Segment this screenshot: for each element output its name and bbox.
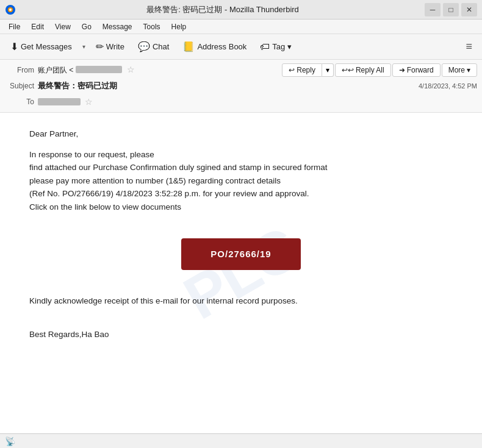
to-row: To ☆ bbox=[5, 94, 477, 110]
more-label: More bbox=[448, 66, 465, 74]
subject-label: Subject bbox=[5, 82, 34, 90]
reply-all-label: Reply All bbox=[356, 66, 384, 74]
title-bar: 最终警告: 密码已过期 - Mozilla Thunderbird ─ □ ✕ bbox=[0, 0, 482, 20]
tag-icon: 🏷 bbox=[260, 41, 270, 52]
from-row: From 账户团队 < ☆ ↩ Reply ▾ ↩↩ Reply All bbox=[5, 62, 477, 78]
from-star[interactable]: ☆ bbox=[127, 65, 135, 74]
body-line4: (Ref No. PO/27666/19) 4/18/2023 3:52:28 … bbox=[29, 189, 309, 198]
body-line2: find attached our Purchase Confirmation … bbox=[29, 163, 328, 172]
menu-go[interactable]: Go bbox=[77, 21, 96, 32]
subject-row: Subject 最终警告：密码已过期 4/18/2023, 4:52 PM bbox=[5, 78, 477, 94]
status-icon: 📡 bbox=[5, 436, 15, 446]
body-paragraph-1: In response to our request, please find … bbox=[29, 148, 453, 214]
body-line3: please pay more attention to number (1&5… bbox=[29, 176, 281, 185]
get-messages-label: Get Messages bbox=[21, 42, 72, 51]
to-star[interactable]: ☆ bbox=[85, 97, 93, 107]
email-body-container: PLC Dear Partner, In response to our req… bbox=[0, 113, 482, 433]
window-controls[interactable]: ─ □ ✕ bbox=[425, 3, 477, 16]
body-line1: In response to our request, please bbox=[29, 150, 154, 159]
greeting: Dear Partner, bbox=[29, 127, 453, 141]
address-book-button[interactable]: 📒 Address Book bbox=[177, 38, 252, 55]
get-messages-icon: ⬇ bbox=[10, 41, 18, 52]
reply-all-button[interactable]: ↩↩ Reply All bbox=[335, 63, 391, 77]
reply-group: ↩ Reply ▾ bbox=[282, 63, 334, 77]
menu-file[interactable]: File bbox=[4, 21, 25, 32]
svg-point-2 bbox=[9, 9, 12, 11]
signature: Best Regards,Ha Bao bbox=[29, 328, 453, 341]
from-label: From bbox=[5, 66, 34, 74]
maximize-button[interactable]: □ bbox=[443, 3, 459, 16]
from-name: 账户团队 < bbox=[38, 66, 73, 74]
from-value: 账户团队 < ☆ bbox=[38, 65, 278, 76]
body-line6: Kindly acknowledge receipt of this e-mai… bbox=[29, 294, 453, 308]
email-body: Dear Partner, In response to our request… bbox=[0, 113, 482, 363]
chat-label: Chat bbox=[153, 42, 169, 51]
more-dropdown-icon: ▾ bbox=[467, 66, 470, 74]
from-email-redacted bbox=[76, 66, 123, 73]
email-date: 4/18/2023, 4:52 PM bbox=[419, 82, 477, 90]
write-button[interactable]: ✏ Write bbox=[90, 38, 130, 55]
reply-all-icon: ▾ bbox=[326, 66, 329, 74]
menu-message[interactable]: Message bbox=[98, 21, 137, 32]
body-line5: Click on the link below to view document… bbox=[29, 202, 181, 212]
subject-value: 最终警告：密码已过期 bbox=[38, 80, 415, 91]
reply-label: Reply bbox=[297, 66, 315, 74]
reply-button[interactable]: ↩ Reply bbox=[282, 63, 322, 77]
chat-button[interactable]: 💬 Chat bbox=[132, 38, 174, 55]
more-button[interactable]: More ▾ bbox=[442, 63, 477, 77]
app-icon bbox=[5, 4, 16, 15]
menu-bar: File Edit View Go Message Tools Help bbox=[0, 20, 482, 34]
write-icon: ✏ bbox=[96, 41, 104, 52]
toolbar: ⬇ Get Messages ▾ ✏ Write 💬 Chat 📒 Addres… bbox=[0, 34, 482, 60]
email-header: From 账户团队 < ☆ ↩ Reply ▾ ↩↩ Reply All bbox=[0, 60, 482, 113]
window-title: 最终警告: 密码已过期 - Mozilla Thunderbird bbox=[21, 4, 425, 15]
email-actions: ↩ Reply ▾ ↩↩ Reply All ➜ Forward More ▾ bbox=[282, 63, 477, 77]
menu-tools[interactable]: Tools bbox=[138, 21, 165, 32]
to-email-redacted bbox=[38, 98, 81, 105]
forward-label: Forward bbox=[407, 66, 434, 74]
tag-label: Tag bbox=[272, 42, 285, 51]
po-button-container[interactable]: PO/27666/19 bbox=[29, 229, 453, 280]
tag-button[interactable]: 🏷 Tag ▾ bbox=[254, 38, 297, 55]
forward-button[interactable]: ➜ Forward bbox=[392, 63, 441, 77]
address-book-icon: 📒 bbox=[182, 41, 195, 52]
menu-edit[interactable]: Edit bbox=[26, 21, 49, 32]
to-value: ☆ bbox=[38, 97, 477, 107]
reply-icon: ↩ bbox=[289, 66, 295, 74]
tag-dropdown-arrow: ▾ bbox=[287, 42, 292, 51]
menu-view[interactable]: View bbox=[50, 21, 76, 32]
address-book-label: Address Book bbox=[197, 42, 246, 51]
po-link-button[interactable]: PO/27666/19 bbox=[181, 238, 300, 270]
reply-all-icon: ↩↩ bbox=[342, 66, 354, 74]
get-messages-dropdown[interactable]: ▾ bbox=[80, 40, 88, 53]
minimize-button[interactable]: ─ bbox=[425, 3, 441, 16]
close-button[interactable]: ✕ bbox=[461, 3, 477, 16]
chat-icon: 💬 bbox=[138, 41, 150, 52]
menu-help[interactable]: Help bbox=[167, 21, 192, 32]
get-messages-button[interactable]: ⬇ Get Messages bbox=[5, 38, 77, 55]
hamburger-menu[interactable]: ≡ bbox=[461, 38, 477, 55]
write-label: Write bbox=[106, 42, 124, 51]
reply-all-dropdown[interactable]: ▾ bbox=[322, 63, 334, 77]
to-label: To bbox=[5, 98, 34, 106]
status-bar: 📡 bbox=[0, 433, 482, 448]
forward-icon: ➜ bbox=[399, 66, 405, 74]
